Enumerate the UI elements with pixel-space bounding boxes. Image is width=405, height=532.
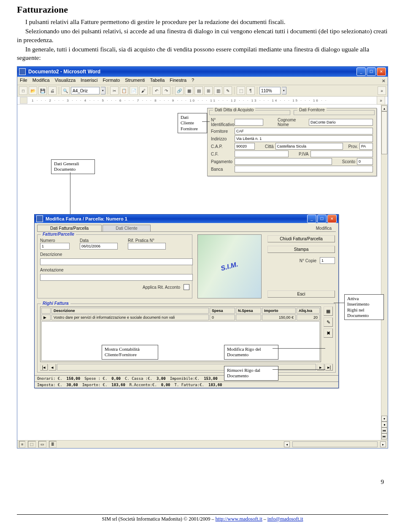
view-normal-icon[interactable]: ≡ [19, 441, 25, 448]
preview-icon[interactable]: 🔍 [61, 86, 70, 95]
drawing-icon[interactable]: ✎ [224, 86, 232, 95]
rif-field[interactable] [128, 243, 166, 250]
pilcrow-icon[interactable]: ¶ [246, 86, 255, 95]
cut-icon[interactable]: ✂ [110, 86, 119, 95]
cf-field[interactable] [235, 150, 289, 157]
scroll-up-icon[interactable]: ▴ [381, 105, 387, 111]
window-minimize-button[interactable]: _ [356, 67, 366, 76]
dialog-maximize-button[interactable]: ☐ [317, 215, 327, 223]
ncopie-field[interactable]: 1 [320, 257, 335, 264]
menu-help[interactable]: ? [192, 78, 194, 84]
print-icon[interactable]: 🖨 [48, 86, 57, 95]
menu-inserisci[interactable]: Inserisci [81, 78, 97, 84]
sconto-field[interactable]: 0 [357, 158, 373, 165]
menu-finestra[interactable]: Finestra [170, 78, 186, 84]
columns-icon[interactable]: ▥ [214, 86, 222, 95]
section-fatture-label: Fatture/Parcelle [41, 232, 76, 236]
view-outline-icon[interactable]: ≣ [49, 441, 57, 448]
nav-first-icon[interactable]: |◂ [40, 364, 48, 371]
save-icon[interactable]: 💾 [38, 86, 47, 95]
scroll-thumb[interactable] [381, 111, 387, 154]
close-document-button[interactable]: × [382, 78, 385, 84]
numero-field[interactable]: 1 [40, 243, 70, 250]
col-marker [41, 308, 51, 314]
zoom-dropdown-icon[interactable]: ▾ [282, 87, 286, 94]
next-page-icon[interactable]: ⏭ [381, 433, 387, 439]
table-row[interactable]: ▶ Vostro dare per servizi di informatizz… [41, 314, 320, 320]
callout-modifica-rigo: Modifica Rigo del Documento [224, 345, 278, 359]
docmap-icon[interactable]: ⬚ [237, 86, 245, 95]
descrizione-field[interactable] [40, 258, 193, 265]
window-maximize-button[interactable]: ☐ [367, 67, 376, 76]
view-print-icon[interactable]: ▭ [38, 441, 46, 448]
cap-field[interactable]: 90020 [235, 143, 255, 150]
insert-table-icon[interactable]: ▤ [194, 86, 203, 95]
horizontal-scrollbar[interactable] [292, 441, 378, 447]
open-icon[interactable]: 📂 [29, 86, 37, 95]
edit-rigo-button[interactable]: ✎ [324, 317, 333, 327]
ruler-overflow-icon[interactable]: » [377, 96, 385, 105]
view-web-icon[interactable]: ⬚ [28, 441, 36, 448]
hscroll-left-icon[interactable]: ◂ [284, 441, 290, 447]
undo-icon[interactable]: ↶ [152, 86, 161, 95]
format-painter-icon[interactable]: 🖌 [139, 86, 148, 95]
fornitore-label: Fornitore [211, 129, 233, 134]
ncopie-label: N° Copie [300, 258, 316, 263]
add-rigo-button[interactable]: ▦ [324, 306, 333, 316]
banca-field[interactable] [235, 166, 373, 172]
copy-icon[interactable]: 📋 [120, 86, 128, 95]
citta-field[interactable]: Castellana Sicula [275, 143, 343, 150]
chiudi-fattura-button[interactable]: Chiudi Fattura/Parcella [267, 235, 335, 242]
data-field[interactable]: 06/01/2006 [80, 243, 118, 250]
menu-tabella[interactable]: Tabella [150, 78, 165, 84]
stampa-button[interactable]: Stampa [267, 246, 335, 253]
menu-file[interactable]: File [20, 78, 27, 84]
footer-link-email[interactable]: info@madosoft.it [267, 516, 303, 522]
nav-prev-icon[interactable]: ◂ [49, 364, 56, 371]
word-statusbar: ≡ ⬚ ▭ ≣ ◂ ▸ [17, 440, 388, 448]
cognome-field[interactable]: DaConte Dario [309, 119, 373, 126]
menu-formato[interactable]: Formato [103, 78, 120, 84]
footer-link-site[interactable]: http://www.madosoft.it [216, 516, 262, 522]
menu-strumenti[interactable]: Strumenti [125, 78, 145, 84]
scroll-down-icon[interactable]: ▾ [381, 416, 387, 422]
redo-icon[interactable]: ↷ [162, 86, 170, 95]
browse-object-icon[interactable]: ● [381, 422, 387, 427]
row-aliq: 20 [297, 314, 320, 320]
nav-last-icon[interactable]: ▸| [325, 364, 333, 371]
menu-modifica[interactable]: Modifica [32, 78, 50, 84]
dialog-minimize-button[interactable]: _ [307, 215, 316, 223]
nid-field[interactable] [235, 119, 263, 126]
dialog-close-button[interactable]: ✕ [327, 215, 337, 223]
menu-visualizza[interactable]: Visualizza [55, 78, 76, 84]
indirizzo-field[interactable]: Via Libertà n. 1 [235, 135, 373, 142]
applica-ritacconto-checkbox[interactable] [184, 284, 189, 290]
page-size-field[interactable]: A4_Oriz [71, 87, 100, 94]
piva-field[interactable] [310, 150, 373, 157]
document-page: Dati Ditta di Acquisto Dati Fornitore N°… [17, 105, 381, 440]
prov-field[interactable]: PA [359, 143, 373, 150]
toolbar-overflow-icon[interactable]: » [378, 86, 386, 95]
zoom-field[interactable]: 110% [259, 87, 281, 94]
new-doc-icon[interactable]: □ [19, 86, 27, 95]
pagamento-field[interactable] [235, 158, 332, 165]
col-descrizione: Descrizione [51, 308, 209, 314]
delete-rigo-button[interactable]: ✖ [324, 328, 333, 338]
annotazione-label: Annotazione [40, 268, 189, 272]
paste-icon[interactable]: 📄 [130, 86, 138, 95]
window-close-button[interactable]: ✕ [377, 67, 386, 76]
hscroll-right-icon[interactable]: ▸ [380, 441, 386, 447]
tab-dati-fattura[interactable]: Dati Fattura/Parcella [37, 225, 102, 231]
tables-borders-icon[interactable]: ▦ [185, 86, 193, 95]
tab-dati-cliente[interactable]: Dati Cliente [103, 225, 151, 231]
esci-button[interactable]: Esci [267, 290, 335, 298]
prev-page-icon[interactable]: ⏮ [381, 427, 387, 433]
hyperlink-icon[interactable]: 🔗 [175, 86, 184, 95]
excel-icon[interactable]: ⊞ [204, 86, 213, 95]
totals-row-2: Imposta: €.30,60 Importo: €.183,60 R.Acc… [35, 382, 338, 388]
vertical-scrollbar[interactable]: ▴ ▾ ● ⏮ ⏭ [381, 105, 388, 440]
col-importo: Importo [262, 308, 296, 314]
annotazione-field[interactable] [40, 274, 193, 281]
page-size-dropdown-icon[interactable]: ▾ [101, 87, 105, 94]
fornitore-field[interactable]: CAF [235, 128, 373, 134]
